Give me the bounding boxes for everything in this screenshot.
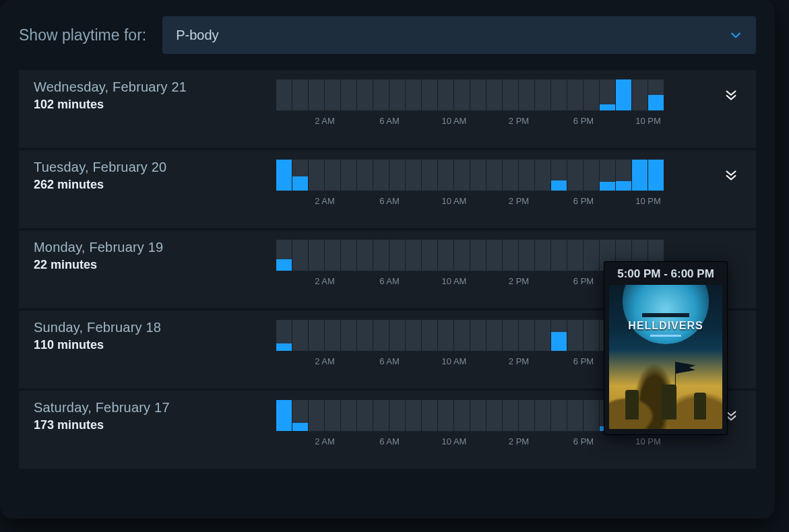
hour-bar[interactable]: [503, 79, 518, 110]
hour-bar[interactable]: [341, 79, 356, 110]
hour-bar[interactable]: [632, 79, 648, 110]
hour-bar[interactable]: [276, 240, 292, 271]
hour-bar[interactable]: [357, 400, 373, 431]
hour-bar[interactable]: [454, 240, 470, 271]
hour-bar[interactable]: [551, 400, 567, 431]
hour-bar[interactable]: [341, 400, 356, 431]
hour-bar[interactable]: [648, 79, 664, 110]
hour-bar[interactable]: [373, 160, 389, 191]
hour-bar[interactable]: [309, 160, 324, 191]
hour-bar[interactable]: [422, 79, 437, 110]
hour-bar[interactable]: [406, 79, 421, 110]
hour-bar[interactable]: [486, 320, 502, 351]
hour-bar[interactable]: [325, 240, 340, 271]
hour-bar[interactable]: [373, 320, 389, 351]
hour-bar[interactable]: [309, 79, 324, 110]
hour-bar[interactable]: [406, 240, 421, 271]
hour-bar[interactable]: [422, 160, 437, 191]
hour-bar[interactable]: [276, 400, 292, 431]
hour-bar[interactable]: [292, 160, 308, 191]
hour-bar[interactable]: [309, 400, 324, 431]
hour-bar[interactable]: [632, 160, 648, 191]
hour-bar[interactable]: [486, 160, 502, 191]
hour-bar[interactable]: [486, 79, 502, 110]
hour-bar[interactable]: [551, 320, 567, 351]
hour-bar[interactable]: [438, 320, 453, 351]
hour-bar[interactable]: [470, 320, 486, 351]
hour-bar[interactable]: [551, 160, 567, 191]
hour-bar[interactable]: [325, 400, 340, 431]
hour-bar[interactable]: [600, 160, 615, 191]
hour-bar[interactable]: [583, 400, 599, 431]
hour-bar[interactable]: [519, 400, 534, 431]
hour-bar[interactable]: [454, 160, 470, 191]
hour-bar[interactable]: [503, 160, 518, 191]
account-select-dropdown[interactable]: P-body: [162, 16, 756, 54]
hour-bar[interactable]: [583, 240, 599, 271]
expand-toggle[interactable]: [721, 79, 741, 102]
hour-bar[interactable]: [567, 400, 583, 431]
hour-bar[interactable]: [551, 79, 567, 110]
hour-bar[interactable]: [519, 320, 534, 351]
hour-bar[interactable]: [470, 160, 486, 191]
hour-bar[interactable]: [438, 400, 453, 431]
hour-bar[interactable]: [422, 320, 437, 351]
hour-bar[interactable]: [454, 79, 470, 110]
hour-bar[interactable]: [583, 320, 599, 351]
hour-bar[interactable]: [567, 79, 583, 110]
hour-bar[interactable]: [292, 240, 308, 271]
hour-bar[interactable]: [583, 79, 599, 110]
hour-bar[interactable]: [567, 240, 583, 271]
hour-bar[interactable]: [486, 400, 502, 431]
hour-bar[interactable]: [503, 320, 518, 351]
hour-bar[interactable]: [357, 79, 373, 110]
hour-bar[interactable]: [341, 160, 356, 191]
hour-bar[interactable]: [389, 400, 405, 431]
hour-bar[interactable]: [406, 400, 421, 431]
hour-bar[interactable]: [519, 160, 534, 191]
hour-bar[interactable]: [535, 400, 550, 431]
hour-bar[interactable]: [486, 240, 502, 271]
hour-bar[interactable]: [454, 400, 470, 431]
hour-bar[interactable]: [341, 320, 356, 351]
hour-bar[interactable]: [292, 400, 308, 431]
hour-bar[interactable]: [583, 160, 599, 191]
hour-bar[interactable]: [389, 240, 405, 271]
hour-bar[interactable]: [309, 320, 324, 351]
hour-bar[interactable]: [276, 79, 292, 110]
hour-bar[interactable]: [325, 79, 340, 110]
hour-bar[interactable]: [406, 320, 421, 351]
hour-bar[interactable]: [503, 240, 518, 271]
hour-bar[interactable]: [438, 240, 453, 271]
hour-bar[interactable]: [648, 160, 664, 191]
hour-bar[interactable]: [389, 79, 405, 110]
hour-bar[interactable]: [389, 320, 405, 351]
hour-bar[interactable]: [551, 240, 567, 271]
hour-bar[interactable]: [470, 79, 486, 110]
hour-bar[interactable]: [276, 160, 292, 191]
hour-bar[interactable]: [616, 79, 631, 110]
hour-bar[interactable]: [276, 320, 292, 351]
hour-bar[interactable]: [325, 320, 340, 351]
hour-bar[interactable]: [389, 160, 405, 191]
hour-bar[interactable]: [325, 160, 340, 191]
hour-bar[interactable]: [422, 400, 437, 431]
hour-bar[interactable]: [357, 240, 373, 271]
hour-bar[interactable]: [309, 240, 324, 271]
hour-bar[interactable]: [503, 400, 518, 431]
hour-bar[interactable]: [600, 79, 615, 110]
hour-bar[interactable]: [470, 400, 486, 431]
hour-bar[interactable]: [519, 79, 534, 110]
hour-bar[interactable]: [438, 79, 453, 110]
hour-bar[interactable]: [567, 320, 583, 351]
hour-bar[interactable]: [438, 160, 453, 191]
hour-bar[interactable]: [470, 240, 486, 271]
hour-bar[interactable]: [292, 79, 308, 110]
hour-bar[interactable]: [535, 320, 550, 351]
expand-toggle[interactable]: [721, 160, 741, 182]
hour-bar[interactable]: [616, 160, 631, 191]
hour-bar[interactable]: [535, 160, 550, 191]
hour-bar[interactable]: [422, 240, 437, 271]
hour-bar[interactable]: [373, 79, 389, 110]
hour-bar[interactable]: [519, 240, 534, 271]
